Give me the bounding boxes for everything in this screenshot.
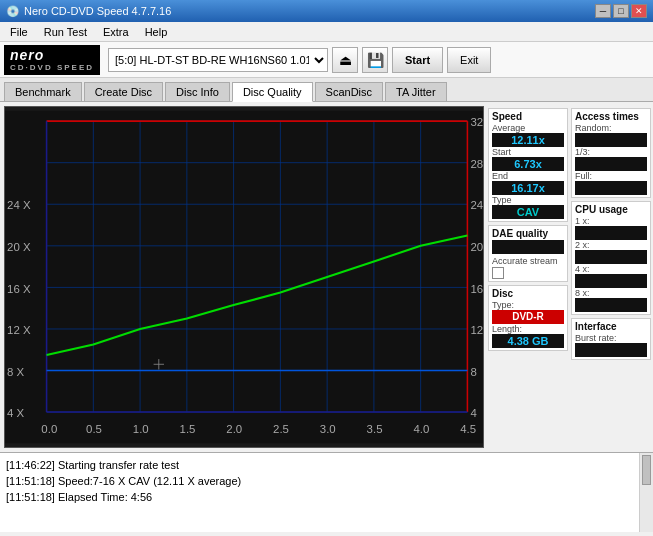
maximize-button[interactable]: □: [613, 4, 629, 18]
svg-text:16 X: 16 X: [7, 283, 31, 295]
svg-text:28: 28: [471, 158, 483, 170]
one-third-label: 1/3:: [575, 147, 647, 157]
window-controls[interactable]: ─ □ ✕: [595, 4, 647, 18]
svg-text:4: 4: [471, 407, 478, 419]
log-line-2: [11:51:18] Speed:7-16 X CAV (12.11 X ave…: [6, 473, 633, 489]
cpu-2x-label: 2 x:: [575, 240, 647, 250]
tab-disc-info[interactable]: Disc Info: [165, 82, 230, 101]
average-label: Average: [492, 123, 564, 133]
app-icon: 💿: [6, 5, 20, 18]
tab-ta-jitter[interactable]: TA Jitter: [385, 82, 447, 101]
dae-title: DAE quality: [492, 228, 564, 239]
disc-type-label: Type:: [492, 300, 564, 310]
interface-title: Interface: [575, 321, 647, 332]
svg-text:3.0: 3.0: [320, 423, 336, 435]
exit-button[interactable]: Exit: [447, 47, 491, 73]
close-button[interactable]: ✕: [631, 4, 647, 18]
disc-length-label: Length:: [492, 324, 564, 334]
menu-extra[interactable]: Extra: [97, 24, 135, 40]
chart-area: 4 X 8 X 12 X 16 X 20 X 24 X 32 28 24 20 …: [4, 106, 484, 448]
cpu-1x-label: 1 x:: [575, 216, 647, 226]
svg-text:24 X: 24 X: [7, 199, 31, 211]
tab-create-disc[interactable]: Create Disc: [84, 82, 163, 101]
full-label: Full:: [575, 171, 647, 181]
tab-disc-quality[interactable]: Disc Quality: [232, 82, 313, 102]
log-scrollbar[interactable]: [639, 453, 653, 532]
cpu-title: CPU usage: [575, 204, 647, 215]
access-section: Access times Random: 1/3: Full:: [571, 108, 651, 198]
interface-section: Interface Burst rate:: [571, 318, 651, 360]
save-button[interactable]: 💾: [362, 47, 388, 73]
cpu-2x-value: [575, 250, 647, 264]
nero-logo-sub: CD·DVD SPEED: [10, 63, 94, 72]
svg-text:4.5: 4.5: [460, 423, 476, 435]
svg-text:4 X: 4 X: [7, 407, 25, 419]
dae-section: DAE quality Accurate stream: [488, 225, 568, 282]
svg-text:3.5: 3.5: [367, 423, 383, 435]
cpu-1x-value: [575, 226, 647, 240]
accurate-stream-label: Accurate stream: [492, 256, 564, 266]
title-bar: 💿 Nero CD-DVD Speed 4.7.7.16 ─ □ ✕: [0, 0, 653, 22]
svg-text:2.5: 2.5: [273, 423, 289, 435]
svg-text:0.5: 0.5: [86, 423, 102, 435]
svg-text:1.5: 1.5: [180, 423, 196, 435]
svg-text:0.0: 0.0: [41, 423, 57, 435]
svg-text:32: 32: [471, 116, 483, 128]
nero-logo: nero CD·DVD SPEED: [4, 45, 100, 75]
disc-length-value: 4.38 GB: [492, 334, 564, 348]
random-label: Random:: [575, 123, 647, 133]
accurate-stream-checkbox[interactable]: [492, 267, 504, 279]
log-area: [11:46:22] Starting transfer rate test […: [0, 452, 653, 532]
disc-type-value: DVD-R: [492, 310, 564, 324]
start-label: Start: [492, 147, 564, 157]
cpu-4x-label: 4 x:: [575, 264, 647, 274]
svg-text:24: 24: [471, 199, 483, 211]
cpu-8x-label: 8 x:: [575, 288, 647, 298]
speed-title: Speed: [492, 111, 564, 122]
average-value: 12.11x: [492, 133, 564, 147]
menu-run-test[interactable]: Run Test: [38, 24, 93, 40]
svg-text:16: 16: [471, 283, 483, 295]
random-value: [575, 133, 647, 147]
right-panel: Speed Average 12.11x Start 6.73x End 16.…: [488, 102, 653, 452]
menu-bar: File Run Test Extra Help: [0, 22, 653, 42]
disc-title: Disc: [492, 288, 564, 299]
speed-section: Speed Average 12.11x Start 6.73x End 16.…: [488, 108, 568, 222]
svg-text:8 X: 8 X: [7, 366, 25, 378]
cpu-4x-value: [575, 274, 647, 288]
svg-text:8: 8: [471, 366, 477, 378]
menu-help[interactable]: Help: [139, 24, 174, 40]
minimize-button[interactable]: ─: [595, 4, 611, 18]
burst-rate-label: Burst rate:: [575, 333, 647, 343]
end-value: 16.17x: [492, 181, 564, 195]
svg-text:4.0: 4.0: [413, 423, 429, 435]
access-title: Access times: [575, 111, 647, 122]
tab-scan-disc[interactable]: ScanDisc: [315, 82, 383, 101]
log-line-1: [11:46:22] Starting transfer rate test: [6, 457, 633, 473]
full-value: [575, 181, 647, 195]
end-label: End: [492, 171, 564, 181]
type-label: Type: [492, 195, 564, 205]
burst-rate-value: [575, 343, 647, 357]
dae-value: [492, 240, 564, 254]
toolbar: nero CD·DVD SPEED [5:0] HL-DT-ST BD-RE W…: [0, 42, 653, 78]
disc-section: Disc Type: DVD-R Length: 4.38 GB: [488, 285, 568, 351]
drive-selector[interactable]: [5:0] HL-DT-ST BD-RE WH16NS60 1.01: [108, 48, 328, 72]
start-value: 6.73x: [492, 157, 564, 171]
svg-text:12: 12: [471, 324, 483, 336]
log-line-3: [11:51:18] Elapsed Time: 4:56: [6, 489, 633, 505]
svg-text:12 X: 12 X: [7, 324, 31, 336]
cpu-8x-value: [575, 298, 647, 312]
one-third-value: [575, 157, 647, 171]
svg-text:1.0: 1.0: [133, 423, 149, 435]
menu-file[interactable]: File: [4, 24, 34, 40]
tab-bar: Benchmark Create Disc Disc Info Disc Qua…: [0, 78, 653, 102]
log-content: [11:46:22] Starting transfer rate test […: [0, 453, 639, 532]
nero-logo-top: nero: [10, 47, 94, 63]
cpu-section: CPU usage 1 x: 2 x: 4 x: 8 x:: [571, 201, 651, 315]
start-button[interactable]: Start: [392, 47, 443, 73]
type-value: CAV: [492, 205, 564, 219]
eject-button[interactable]: ⏏: [332, 47, 358, 73]
svg-text:20 X: 20 X: [7, 241, 31, 253]
tab-benchmark[interactable]: Benchmark: [4, 82, 82, 101]
